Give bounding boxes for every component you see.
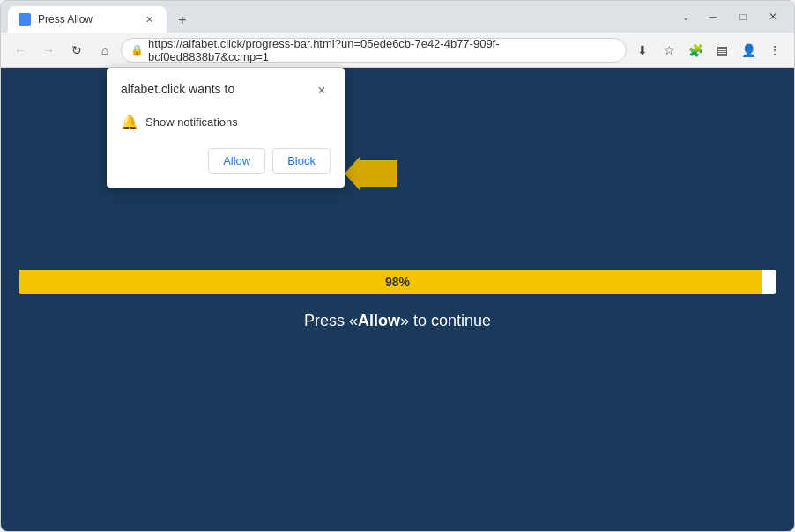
menu-button[interactable]: ⋮ [762, 38, 787, 63]
page-instruction: Press «Allow» to continue [304, 312, 491, 330]
allow-emphasis: Allow [358, 312, 400, 329]
allow-button[interactable]: Allow [208, 148, 265, 174]
progress-bar-container: 98% [19, 270, 776, 294]
popup-actions: Allow Block [121, 148, 331, 174]
nav-bar: ← → ↻ ⌂ 🔒 https://alfabet.click/progress… [1, 33, 794, 68]
tab-strip: Press Allow ✕ + [8, 1, 680, 33]
bookmark-button[interactable]: ☆ [657, 38, 681, 63]
address-bar[interactable]: 🔒 https://alfabet.click/progress-bar.htm… [121, 38, 627, 63]
tab-list-chevron[interactable]: ⌄ [680, 4, 692, 29]
lock-icon: 🔒 [130, 44, 143, 56]
popup-header: alfabet.click wants to × [121, 82, 331, 100]
tab-favicon [19, 13, 31, 26]
forward-button[interactable]: → [36, 38, 61, 63]
active-tab[interactable]: Press Allow ✕ [8, 6, 167, 33]
side-panel-button[interactable]: ▤ [710, 38, 734, 63]
bell-icon: 🔔 [121, 114, 138, 130]
profile-button[interactable]: 👤 [736, 38, 761, 63]
window-controls: ─ □ ✕ [699, 4, 787, 29]
popup-body: 🔔 Show notifications [121, 110, 331, 134]
url-text: https://alfabet.click/progress-bar.html?… [148, 37, 617, 63]
arrow-indicator [345, 156, 398, 195]
home-button[interactable]: ⌂ [93, 38, 117, 63]
tab-close-button[interactable]: ✕ [142, 12, 156, 26]
popup-close-button[interactable]: × [313, 82, 331, 100]
maximize-button[interactable]: □ [729, 4, 757, 29]
page-content: alfabet.click wants to × 🔔 Show notifica… [1, 68, 794, 531]
refresh-button[interactable]: ↻ [64, 38, 89, 63]
download-icon[interactable]: ⬇ [630, 38, 655, 63]
nav-actions: ⬇ ☆ 🧩 ▤ 👤 ⋮ [630, 38, 787, 63]
close-button[interactable]: ✕ [759, 4, 787, 29]
browser-window: Press Allow ✕ + ⌄ ─ □ ✕ ← → ↻ ⌂ 🔒 https:… [0, 0, 795, 532]
block-button[interactable]: Block [272, 148, 331, 174]
notification-popup: alfabet.click wants to × 🔔 Show notifica… [107, 68, 345, 188]
progress-label: 98% [19, 275, 776, 289]
back-button[interactable]: ← [8, 38, 33, 63]
arrow-icon [345, 156, 398, 191]
minimize-button[interactable]: ─ [699, 4, 727, 29]
svg-marker-0 [345, 157, 398, 191]
notification-label: Show notifications [145, 115, 238, 129]
new-tab-button[interactable]: + [170, 8, 195, 33]
tab-title: Press Allow [38, 13, 135, 26]
title-bar: Press Allow ✕ + ⌄ ─ □ ✕ [1, 1, 794, 33]
extensions-button[interactable]: 🧩 [683, 38, 708, 63]
popup-title: alfabet.click wants to [121, 82, 234, 96]
